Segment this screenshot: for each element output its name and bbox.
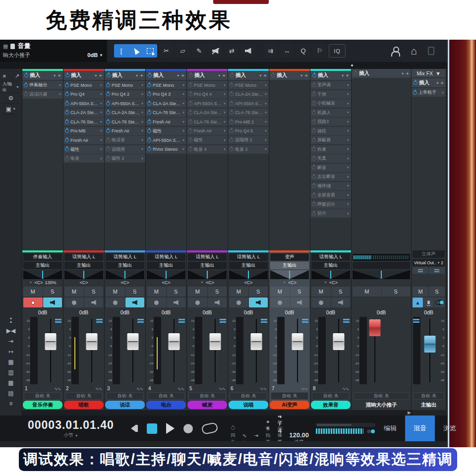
- bracket-tool[interactable]: [: [114, 44, 128, 58]
- power-icon[interactable]: [65, 157, 69, 161]
- chevron-down-icon[interactable]: ▼: [324, 281, 327, 284]
- input-select[interactable]: 话筒输入 L: [106, 253, 144, 261]
- insert-slot[interactable]: 电话音▼: [105, 136, 145, 144]
- insert-slot[interactable]: 呼吸切片▼: [310, 200, 351, 209]
- insert-slot[interactable]: 搞怪▼: [310, 127, 351, 135]
- chevron-down-icon[interactable]: ▼: [341, 74, 345, 77]
- insert-slot[interactable]: CLA-76 Ster…▼: [187, 118, 228, 126]
- user-icon[interactable]: [391, 47, 400, 56]
- monitor-button[interactable]: [331, 298, 351, 307]
- output-select[interactable]: 主输出: [106, 262, 144, 269]
- fader-track[interactable]: [286, 317, 309, 384]
- fader-track[interactable]: [162, 317, 185, 384]
- power-icon[interactable]: [230, 92, 234, 96]
- insert-slot[interactable]: Pro-MB 2▼: [228, 118, 269, 126]
- volume-readout[interactable]: 0dB: [63, 308, 104, 316]
- power-icon[interactable]: [106, 157, 110, 161]
- automation-wave-icon[interactable]: ∿∿: [95, 386, 102, 391]
- power-icon[interactable]: [312, 138, 316, 142]
- mute-button[interactable]: M: [229, 287, 248, 297]
- inserts-header[interactable]: 插入▼+: [63, 71, 104, 80]
- automation-mode-button[interactable]: 自动: 关: [24, 392, 61, 400]
- power-icon[interactable]: [312, 73, 316, 77]
- mute-button[interactable]: M: [270, 287, 290, 297]
- volume-readout[interactable]: 0dB: [412, 308, 446, 316]
- pan-control[interactable]: [270, 270, 309, 279]
- inserts-header[interactable]: 插入▼+: [187, 71, 228, 80]
- fader-track[interactable]: [244, 317, 268, 384]
- power-icon[interactable]: [230, 138, 234, 142]
- record-arm-button[interactable]: [188, 298, 207, 307]
- chevron-down-icon[interactable]: ▼: [218, 74, 221, 77]
- solo-button[interactable]: S: [167, 287, 186, 297]
- playfrom-tool[interactable]: ⇉: [263, 44, 278, 58]
- narrow-strips-icon[interactable]: ▶◀: [0, 325, 22, 336]
- insert-slot[interactable]: CLA-76 Ster…▼: [63, 118, 104, 126]
- chevron-down-icon[interactable]: ▼: [347, 102, 350, 105]
- chevron-down-icon[interactable]: ▼: [141, 102, 144, 105]
- add-insert-icon[interactable]: +: [181, 72, 184, 78]
- chevron-down-icon[interactable]: ▼: [141, 148, 144, 151]
- pan-value[interactable]: <C>: [329, 280, 338, 285]
- channel-name-label[interactable]: AI变声: [270, 401, 309, 409]
- chevron-down-icon[interactable]: ▼: [177, 74, 180, 77]
- power-icon[interactable]: [312, 129, 316, 133]
- power-icon[interactable]: [65, 111, 69, 115]
- power-icon[interactable]: [147, 138, 151, 142]
- automation-range-icon[interactable]: [302, 319, 308, 323]
- insert-slot[interactable]: CLA-2A Ster…▼: [187, 109, 228, 117]
- close-icon[interactable]: ×: [2, 72, 6, 80]
- insert-slot[interactable]: 切片▼: [310, 209, 351, 218]
- volume-readout[interactable]: 0dB: [310, 308, 351, 316]
- insert-slot[interactable]: Fresh Air▼: [105, 127, 145, 135]
- split-tool[interactable]: ✂: [159, 44, 174, 58]
- input-select[interactable]: 变声: [270, 253, 309, 261]
- automation-mode-button[interactable]: 自动: 关: [230, 392, 267, 400]
- power-icon[interactable]: [147, 129, 151, 133]
- insert-slot[interactable]: 磁性▼: [146, 127, 186, 135]
- fader-track[interactable]: [39, 317, 62, 384]
- chevron-down-icon[interactable]: ▼: [182, 102, 185, 105]
- bend-tool[interactable]: ⚐: [312, 44, 327, 58]
- chevron-down-icon[interactable]: ▼: [223, 93, 226, 96]
- fader-track[interactable]: [121, 317, 144, 384]
- channel-name-label[interactable]: 说话: [105, 401, 145, 409]
- fader-track[interactable]: [421, 317, 438, 384]
- input-select[interactable]: 话筒输入 L: [311, 253, 350, 261]
- chevron-down-icon[interactable]: ▼: [141, 111, 144, 114]
- view-tab-浏览[interactable]: 浏览: [435, 416, 465, 441]
- chevron-down-icon[interactable]: ▼: [182, 84, 185, 87]
- power-icon[interactable]: [188, 111, 192, 115]
- insert-slot[interactable]: Fresh Air▼: [63, 136, 104, 144]
- insert-slot[interactable]: Pro Q4 5▼: [228, 127, 269, 135]
- add-insert-icon[interactable]: +: [58, 72, 61, 78]
- input-select[interactable]: 话筒输入 L: [188, 253, 227, 261]
- timestretch-tool[interactable]: ↔: [280, 44, 294, 58]
- fader-track[interactable]: [203, 317, 227, 384]
- insert-slot[interactable]: 伴奏融合▼: [22, 81, 63, 89]
- talkback-mic-button[interactable]: [423, 298, 434, 307]
- add-insert-icon[interactable]: +: [406, 70, 409, 76]
- fader-track[interactable]: [327, 317, 350, 384]
- input-select[interactable]: 话筒输入 L: [64, 253, 103, 261]
- inserts-header[interactable]: 插入▼+: [105, 71, 145, 80]
- pan-value[interactable]: <C>: [244, 280, 252, 285]
- record-arm-button[interactable]: [147, 298, 166, 307]
- insert-slot[interactable]: Pro Q4▼: [63, 90, 104, 99]
- power-icon[interactable]: [230, 83, 234, 87]
- insert-slot[interactable]: API-550A St…▼: [187, 99, 228, 108]
- automation-range-icon[interactable]: [178, 319, 185, 323]
- fader-handle[interactable]: [250, 333, 262, 350]
- output-select[interactable]: 主输出: [270, 262, 309, 269]
- add-insert-icon[interactable]: +: [223, 72, 226, 78]
- chevron-down-icon[interactable]: ▼: [16, 85, 19, 89]
- chevron-down-icon[interactable]: ▼: [436, 81, 439, 85]
- insert-slot[interactable]: Pro-MB▼: [63, 127, 104, 135]
- meter-mode-button[interactable]: [429, 267, 445, 274]
- volume-readout[interactable]: 0dB: [269, 308, 310, 316]
- volume-readout[interactable]: 0dB: [146, 308, 186, 316]
- insert-slot[interactable]: PSE Mono▼: [63, 81, 104, 89]
- insert-slot[interactable]: CLA-2A Ster…▼: [228, 90, 269, 99]
- chevron-down-icon[interactable]: ▼: [59, 93, 61, 96]
- chevron-down-icon[interactable]: ▼: [347, 203, 350, 206]
